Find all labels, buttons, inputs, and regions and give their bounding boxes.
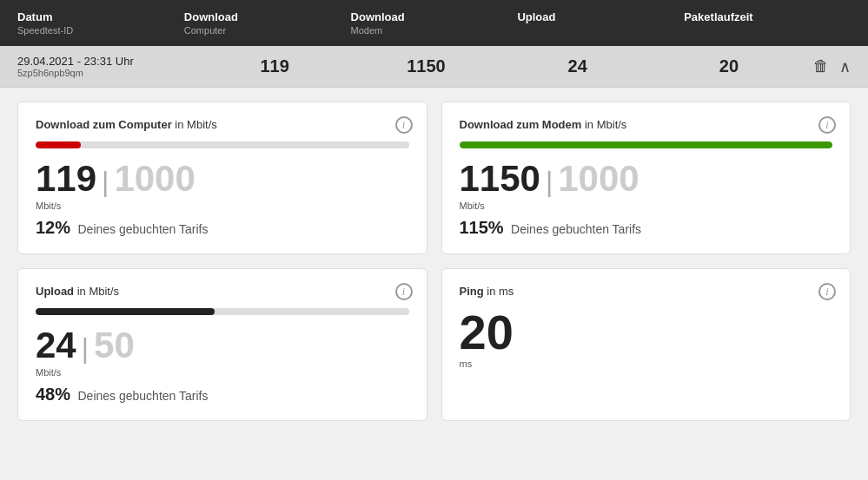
speed-max-upload: 50 — [94, 327, 135, 364]
speed-percent-label-download-modem: Deines gebuchten Tarifs — [511, 222, 641, 236]
header-sublabel-computer: Computer — [184, 25, 351, 36]
data-row-paketlaufzeit: 20 — [653, 56, 805, 76]
speed-unit-download-modem: Mbit/s — [460, 201, 833, 211]
speed-percent-row-download-computer: 12% Deines gebuchten Tarifs — [36, 218, 409, 238]
header-sublabel-datum: Speedtest-ID — [17, 25, 184, 36]
speedtest-id: 5zp5h6npb9qm — [17, 68, 199, 78]
card-title-ping: Ping in ms — [460, 285, 833, 298]
download-computer-value: 119 — [199, 56, 350, 76]
card-title-download-modem: Download zum Modem in Mbit/s — [460, 118, 833, 131]
header-col-datum: Datum Speedtest-ID — [17, 10, 184, 36]
info-icon-download-modem[interactable]: i — [818, 116, 836, 134]
speed-percent-row-download-modem: 115% Deines gebuchten Tarifs — [460, 218, 833, 238]
speed-actual-download-computer: 119 — [36, 161, 96, 197]
delete-icon[interactable]: 🗑 — [813, 57, 829, 76]
speed-separator-download-computer: | — [102, 168, 109, 195]
table-header: Datum Speedtest-ID Download Computer Dow… — [0, 0, 868, 46]
speed-max-download-modem: 1000 — [558, 161, 639, 197]
collapse-icon[interactable]: ∧ — [839, 57, 851, 76]
header-label-download-modem: Download — [351, 10, 518, 23]
data-row-date-col: 29.04.2021 - 23:31 Uhr 5zp5h6npb9qm — [17, 55, 199, 78]
header-label-paketlaufzeit: Paketlaufzeit — [684, 10, 851, 23]
speed-display-download-modem: 1150 | 1000 — [460, 161, 833, 197]
progress-bar-fill-upload — [36, 308, 215, 315]
speed-actual-upload: 24 — [36, 327, 76, 364]
ping-unit: ms — [460, 358, 833, 369]
speed-unit-upload: Mbit/s — [36, 367, 409, 378]
progress-bar-bg-download-computer — [36, 141, 409, 148]
upload-value: 24 — [502, 56, 653, 76]
header-label-download: Download — [184, 10, 351, 23]
speed-separator-download-modem: | — [546, 168, 553, 195]
data-row-actions: 🗑 ∧ — [813, 57, 851, 76]
speed-display-upload: 24 | 50 — [36, 327, 409, 364]
header-label-datum: Datum — [17, 10, 184, 23]
data-row: 29.04.2021 - 23:31 Uhr 5zp5h6npb9qm 119 … — [0, 46, 868, 88]
info-icon-upload[interactable]: i — [395, 283, 413, 300]
speed-percent-download-modem: 115% — [460, 218, 504, 237]
data-row-download-modem: 1150 — [350, 56, 501, 76]
data-row-upload: 24 — [502, 56, 653, 76]
header-col-download-computer: Download Computer — [184, 10, 351, 36]
progress-bar-bg-download-modem — [460, 141, 833, 148]
speed-percent-row-upload: 48% Deines gebuchten Tarifs — [36, 385, 409, 404]
progress-bar-bg-upload — [36, 308, 409, 315]
cards-grid: Download zum Computer in Mbit/s i 119 | … — [0, 88, 868, 435]
header-col-download-modem: Download Modem — [351, 10, 518, 36]
speed-display-download-computer: 119 | 1000 — [36, 161, 409, 197]
header-sublabel-modem: Modem — [351, 25, 518, 36]
card-download-modem: Download zum Modem in Mbit/s i 1150 | 10… — [441, 102, 851, 254]
speed-percent-label-upload: Deines gebuchten Tarifs — [77, 389, 208, 403]
info-icon-download-computer[interactable]: i — [395, 116, 413, 134]
speed-unit-download-computer: Mbit/s — [36, 201, 409, 211]
card-upload: Upload in Mbit/s i 24 | 50 Mbit/s 48% De… — [17, 268, 427, 421]
card-ping: Ping in ms i 20 ms — [441, 268, 851, 421]
download-modem-value: 1150 — [350, 56, 501, 76]
header-label-upload: Upload — [517, 10, 684, 23]
speed-max-download-computer: 1000 — [114, 161, 195, 197]
ping-value: 20 — [460, 308, 833, 357]
card-title-upload: Upload in Mbit/s — [36, 285, 409, 298]
card-download-computer: Download zum Computer in Mbit/s i 119 | … — [17, 102, 427, 254]
progress-bar-fill-download-modem — [460, 141, 833, 148]
card-title-download-computer: Download zum Computer in Mbit/s — [36, 118, 409, 131]
data-row-download-computer: 119 — [199, 56, 350, 76]
paketlaufzeit-value: 20 — [653, 56, 805, 76]
header-col-paketlaufzeit: Paketlaufzeit — [684, 10, 851, 23]
speed-separator-upload: | — [82, 334, 89, 362]
header-col-upload: Upload — [517, 10, 684, 25]
date-text: 29.04.2021 - 23:31 Uhr — [17, 55, 199, 68]
speed-percent-download-computer: 12% — [36, 218, 70, 237]
info-icon-ping[interactable]: i — [818, 283, 836, 300]
progress-bar-fill-download-computer — [36, 141, 81, 148]
speed-actual-download-modem: 1150 — [460, 161, 540, 197]
speed-percent-label-download-computer: Deines gebuchten Tarifs — [77, 222, 208, 236]
speed-percent-upload: 48% — [36, 385, 70, 404]
